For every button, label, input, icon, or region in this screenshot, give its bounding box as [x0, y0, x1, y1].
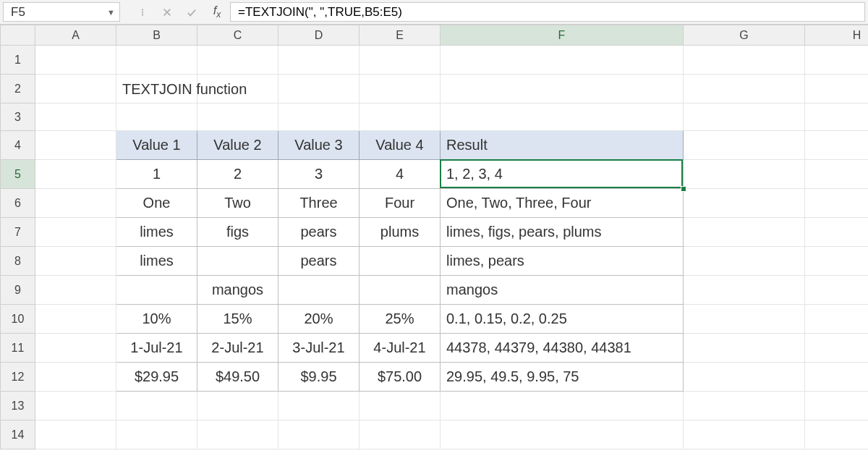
row-header-11[interactable]: 11	[1, 334, 35, 363]
cell-D7[interactable]: pears	[278, 218, 359, 247]
cell-H13[interactable]	[805, 392, 869, 421]
cell-E12[interactable]: $75.00	[359, 363, 441, 392]
cell-D6[interactable]: Three	[278, 189, 359, 218]
cell-G13[interactable]	[684, 392, 805, 421]
row-header-13[interactable]: 13	[1, 392, 35, 421]
table-header-value3[interactable]: Value 3	[278, 131, 359, 160]
cell-B7[interactable]: limes	[116, 218, 197, 247]
cell-F7[interactable]: limes, figs, pears, plums	[441, 218, 684, 247]
table-header-value4[interactable]: Value 4	[359, 131, 441, 160]
cell-F6[interactable]: One, Two, Three, Four	[441, 189, 684, 218]
cell-A5[interactable]	[35, 160, 116, 189]
cell-A8[interactable]	[35, 247, 116, 276]
row-header-4[interactable]: 4	[1, 131, 35, 160]
cell-H1[interactable]	[805, 46, 869, 75]
cell-C13[interactable]	[197, 392, 278, 421]
cell-A10[interactable]	[35, 305, 116, 334]
cell-A7[interactable]	[35, 218, 116, 247]
worksheet[interactable]: A B C D E F G H 1 2 TEXTJOIN function 3	[0, 25, 868, 456]
cell-G5[interactable]	[684, 160, 805, 189]
table-header-result[interactable]: Result	[441, 131, 684, 160]
table-header-value1[interactable]: Value 1	[116, 131, 197, 160]
row-header-10[interactable]: 10	[1, 305, 35, 334]
cell-D11[interactable]: 3-Jul-21	[278, 334, 359, 363]
cell-F3[interactable]	[441, 104, 684, 131]
cell-G10[interactable]	[684, 305, 805, 334]
cell-E13[interactable]	[359, 392, 441, 421]
cell-G8[interactable]	[684, 247, 805, 276]
cell-D2[interactable]	[278, 75, 359, 104]
cell-G2[interactable]	[684, 75, 805, 104]
col-header-H[interactable]: H	[805, 25, 869, 46]
cell-B1[interactable]	[116, 46, 197, 75]
cell-D13[interactable]	[278, 392, 359, 421]
col-header-A[interactable]: A	[35, 25, 116, 46]
row-header-6[interactable]: 6	[1, 189, 35, 218]
cell-E9[interactable]	[359, 276, 441, 305]
cell-A14[interactable]	[35, 421, 116, 449]
cell-A6[interactable]	[35, 189, 116, 218]
grid[interactable]: A B C D E F G H 1 2 TEXTJOIN function 3	[0, 25, 868, 449]
cell-A1[interactable]	[35, 46, 116, 75]
table-header-value2[interactable]: Value 2	[197, 131, 278, 160]
cell-B13[interactable]	[116, 392, 197, 421]
cell-C9[interactable]: mangos	[197, 276, 278, 305]
cell-C6[interactable]: Two	[197, 189, 278, 218]
cell-H9[interactable]	[805, 276, 869, 305]
cell-G12[interactable]	[684, 363, 805, 392]
row-header-12[interactable]: 12	[1, 363, 35, 392]
cell-F8[interactable]: limes, pears	[441, 247, 684, 276]
row-header-8[interactable]: 8	[1, 247, 35, 276]
cell-E8[interactable]	[359, 247, 441, 276]
cell-C8[interactable]	[197, 247, 278, 276]
cell-G7[interactable]	[684, 218, 805, 247]
cell-E7[interactable]: plums	[359, 218, 441, 247]
cell-B9[interactable]	[116, 276, 197, 305]
cell-F13[interactable]	[441, 392, 684, 421]
cell-E3[interactable]	[359, 104, 441, 131]
col-header-B[interactable]: B	[116, 25, 197, 46]
cell-H8[interactable]	[805, 247, 869, 276]
cancel-formula-icon[interactable]	[155, 0, 179, 24]
cell-A13[interactable]	[35, 392, 116, 421]
cell-A12[interactable]	[35, 363, 116, 392]
formula-input[interactable]	[238, 5, 857, 20]
row-header-9[interactable]: 9	[1, 276, 35, 305]
cell-B12[interactable]: $29.95	[116, 363, 197, 392]
cell-F9[interactable]: mangos	[441, 276, 684, 305]
cell-E5[interactable]: 4	[359, 160, 441, 189]
cell-D1[interactable]	[278, 46, 359, 75]
cell-H3[interactable]	[805, 104, 869, 131]
col-header-E[interactable]: E	[359, 25, 441, 46]
cell-H14[interactable]	[805, 421, 869, 449]
row-header-7[interactable]: 7	[1, 218, 35, 247]
cell-G9[interactable]	[684, 276, 805, 305]
cell-G6[interactable]	[684, 189, 805, 218]
row-header-2[interactable]: 2	[1, 75, 35, 104]
insert-function-button[interactable]: fx	[204, 0, 230, 24]
col-header-D[interactable]: D	[278, 25, 359, 46]
cell-H12[interactable]	[805, 363, 869, 392]
cell-B11[interactable]: 1-Jul-21	[116, 334, 197, 363]
cell-F12[interactable]: 29.95, 49.5, 9.95, 75	[441, 363, 684, 392]
cell-H6[interactable]	[805, 189, 869, 218]
cell-H11[interactable]	[805, 334, 869, 363]
cell-B10[interactable]: 10%	[116, 305, 197, 334]
cell-A3[interactable]	[35, 104, 116, 131]
cell-D12[interactable]: $9.95	[278, 363, 359, 392]
cell-H7[interactable]	[805, 218, 869, 247]
cell-A11[interactable]	[35, 334, 116, 363]
col-header-G[interactable]: G	[684, 25, 805, 46]
cell-G4[interactable]	[684, 131, 805, 160]
cell-C11[interactable]: 2-Jul-21	[197, 334, 278, 363]
cell-E11[interactable]: 4-Jul-21	[359, 334, 441, 363]
cell-B2[interactable]: TEXTJOIN function	[116, 75, 197, 104]
cell-E10[interactable]: 25%	[359, 305, 441, 334]
row-header-14[interactable]: 14	[1, 421, 35, 449]
cell-E14[interactable]	[359, 421, 441, 449]
cell-C3[interactable]	[197, 104, 278, 131]
cell-G1[interactable]	[684, 46, 805, 75]
cell-A4[interactable]	[35, 131, 116, 160]
cell-D3[interactable]	[278, 104, 359, 131]
cell-G14[interactable]	[684, 421, 805, 449]
